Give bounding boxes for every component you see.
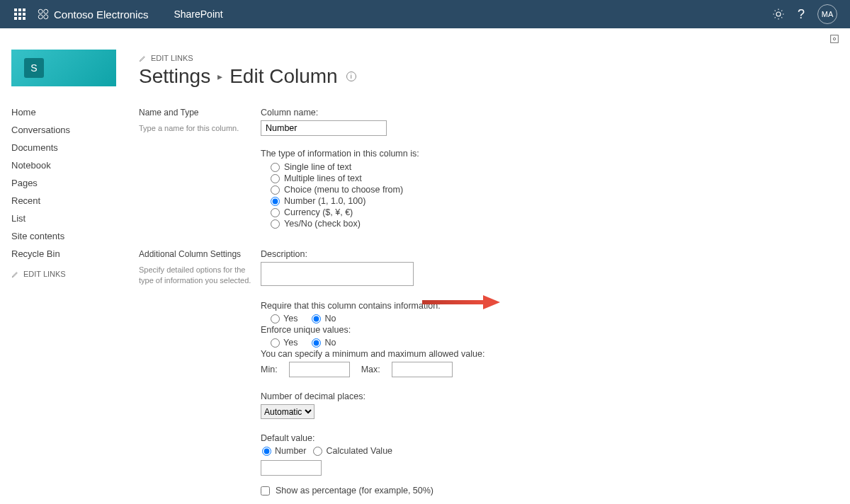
waffle-icon: [14, 8, 26, 20]
decimal-select[interactable]: Automatic: [261, 404, 314, 419]
site-logo-letter: S: [24, 58, 44, 78]
main-content: EDIT LINKS Settings ▸ Edit Column i Name…: [128, 50, 839, 504]
breadcrumb: Settings ▸ Edit Column i: [139, 65, 839, 88]
product-name[interactable]: SharePoint: [174, 8, 222, 20]
type-label-single: Single line of text: [284, 162, 351, 172]
edit-links-top[interactable]: EDIT LINKS: [139, 54, 839, 62]
require-yes-radio[interactable]: [271, 314, 280, 323]
suite-bar: Contoso Electronics SharePoint ? MA: [0, 0, 850, 28]
svg-point-5: [833, 38, 835, 40]
decimal-label: Number of decimal places:: [261, 391, 643, 401]
type-radio-single[interactable]: [271, 163, 280, 172]
type-radio-choice[interactable]: [271, 185, 280, 195]
default-label: Default value:: [261, 433, 643, 443]
nav-pages[interactable]: Pages: [11, 174, 128, 192]
brand-text: Contoso Electronics: [54, 8, 148, 21]
edit-links-side[interactable]: EDIT LINKS: [11, 270, 128, 278]
min-label: Min:: [261, 365, 278, 374]
type-radio-number[interactable]: [271, 197, 280, 206]
enforce-no-label: No: [324, 338, 336, 348]
nav-home[interactable]: Home: [11, 103, 128, 121]
default-calc-radio[interactable]: [313, 447, 322, 456]
avatar-initials: MA: [822, 10, 834, 18]
enforce-yes-radio[interactable]: [271, 338, 280, 348]
left-nav: S Home Conversations Documents Notebook …: [11, 50, 128, 504]
edit-links-top-label: EDIT LINKS: [151, 54, 193, 62]
type-radio-yesno[interactable]: [271, 219, 280, 229]
default-number-radio[interactable]: [262, 447, 271, 456]
type-label-number: Number (1, 1.0, 100): [284, 196, 366, 206]
svg-point-2: [38, 15, 42, 19]
type-radio-multi[interactable]: [271, 174, 280, 183]
default-number-label: Number: [275, 446, 306, 456]
type-label-yesno: Yes/No (check box): [284, 219, 361, 229]
nav-recent[interactable]: Recent: [11, 192, 128, 210]
brand-icon: [37, 8, 50, 21]
default-calc-label: Calculated Value: [326, 446, 392, 456]
pencil-icon: [11, 270, 19, 278]
require-no-radio[interactable]: [312, 314, 321, 323]
section-name-type: Name and Type Type a name for this colum…: [139, 108, 839, 229]
section-additional-help: Specify detailed options for the type of…: [139, 265, 261, 286]
app-launcher[interactable]: [6, 0, 34, 28]
enforce-no-radio[interactable]: [312, 338, 321, 348]
show-percentage-label: Show as percentage (for example, 50%): [276, 486, 434, 496]
type-radio-currency[interactable]: [271, 208, 280, 217]
minmax-label: You can specify a minimum and maximum al…: [261, 349, 643, 359]
require-yes-label: Yes: [283, 314, 298, 323]
default-value-input[interactable]: [261, 460, 322, 476]
svg-point-0: [38, 9, 42, 13]
description-label: Description:: [261, 249, 643, 259]
nav-documents[interactable]: Documents: [11, 139, 128, 156]
nav-list[interactable]: List: [11, 210, 128, 227]
min-input[interactable]: [289, 362, 350, 377]
title-settings[interactable]: Settings: [139, 65, 210, 88]
section-name-type-heading: Name and Type: [139, 108, 261, 118]
svg-point-3: [44, 15, 48, 19]
max-input[interactable]: [392, 362, 453, 377]
avatar[interactable]: MA: [817, 4, 837, 24]
brand: Contoso Electronics: [37, 8, 148, 21]
section-name-type-help: Type a name for this column.: [139, 123, 261, 134]
description-input[interactable]: [261, 262, 414, 286]
type-label: The type of information in this column i…: [261, 149, 643, 159]
show-percentage-checkbox[interactable]: [261, 486, 270, 496]
svg-point-1: [44, 9, 48, 13]
enforce-label: Enforce unique values:: [261, 325, 643, 335]
nav-conversations[interactable]: Conversations: [11, 121, 128, 139]
section-additional: Additional Column Settings Specify detai…: [139, 249, 839, 496]
max-label: Max:: [361, 365, 380, 374]
nav-recycle-bin[interactable]: Recycle Bin: [11, 245, 128, 263]
enforce-yes-label: Yes: [283, 338, 298, 348]
chevron-right-icon: ▸: [217, 71, 222, 82]
type-label-choice: Choice (menu to choose from): [284, 185, 403, 195]
column-name-input[interactable]: [261, 120, 387, 136]
require-no-label: No: [324, 314, 336, 323]
nav-notebook[interactable]: Notebook: [11, 156, 128, 174]
require-label: Require that this column contains inform…: [261, 301, 643, 311]
focus-row: [0, 28, 850, 50]
pencil-icon: [139, 55, 147, 62]
info-icon[interactable]: i: [346, 71, 356, 81]
column-name-label: Column name:: [261, 108, 643, 118]
nav-site-contents[interactable]: Site contents: [11, 227, 128, 245]
type-label-multi: Multiple lines of text: [284, 173, 362, 183]
type-label-currency: Currency ($, ¥, €): [284, 207, 353, 217]
help-icon[interactable]: ?: [798, 7, 805, 22]
svg-rect-4: [831, 35, 839, 43]
section-additional-heading: Additional Column Settings: [139, 249, 261, 259]
edit-links-side-label: EDIT LINKS: [23, 270, 66, 278]
gear-icon[interactable]: [772, 8, 785, 21]
site-logo[interactable]: S: [11, 50, 116, 86]
focus-icon[interactable]: [829, 33, 840, 45]
page-title: Edit Column: [230, 65, 338, 88]
